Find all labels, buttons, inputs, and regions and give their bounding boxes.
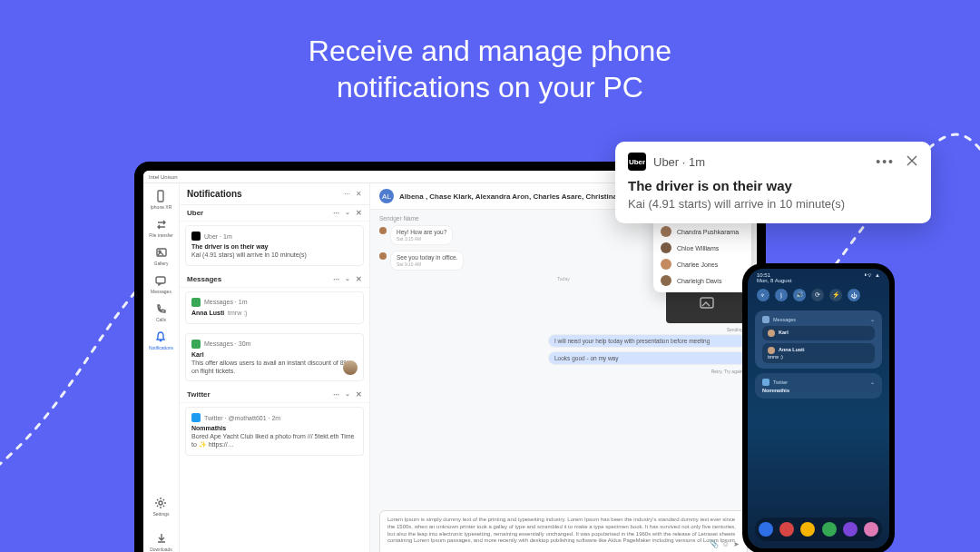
group-close-icon[interactable]: ✕ (356, 275, 362, 283)
twitter-app-icon (762, 379, 769, 386)
notifications-panel: Notifications ··· ✕ Uber ···⌄✕ Uber · 1m… (180, 183, 370, 552)
qs-flash-icon[interactable]: ⚡ (829, 289, 842, 301)
toast-close-icon[interactable] (906, 154, 918, 170)
incoming-message[interactable]: See you today in office. Sat 9:10 AM (390, 251, 464, 271)
qs-power-icon[interactable]: ⏻ (848, 289, 860, 301)
sidebar-item-settings[interactable]: Settings (152, 496, 169, 517)
uber-app-icon (191, 232, 201, 241)
phone-notification-group[interactable]: Twitter⌄ Nommathis (755, 373, 882, 399)
toast-app-label: Uber Uber · 1m (628, 153, 705, 171)
messages-icon (153, 273, 168, 288)
group-avatar-icon: AL (379, 189, 394, 203)
composer-text: Lorem Ipsum is simply dummy text of the … (387, 517, 737, 543)
card-body: Bored Ape Yacht Club liked a photo from … (191, 433, 358, 449)
contact-avatar (661, 275, 671, 286)
svg-rect-0 (158, 191, 163, 202)
outgoing-message[interactable]: I will need your help today with present… (548, 334, 748, 348)
contact-row[interactable]: Charlee Jones (653, 256, 751, 272)
group-close-icon[interactable]: ✕ (356, 390, 362, 399)
sidebar-item-gallery[interactable]: Gallery (154, 245, 169, 266)
qs-wifi-icon[interactable]: ᯤ (757, 289, 769, 301)
outgoing-message[interactable]: Looks good - on my way (548, 351, 748, 365)
dock-app-icon[interactable] (800, 522, 815, 537)
quick-settings: ᯤ ᛒ 🔊 ⟳ ⚡ ⏻ (748, 283, 889, 307)
chevron-down-icon[interactable]: ⌄ (345, 390, 350, 399)
message-status: Sending… (379, 327, 748, 332)
status-icons: ▮ ᯤ ▲ (864, 272, 880, 278)
toast-more-icon[interactable]: ••• (876, 154, 895, 169)
contact-avatar (661, 226, 671, 237)
uber-logo-icon: Uber (628, 153, 646, 171)
contact-row[interactable]: Chloe Williams (653, 240, 751, 256)
card-title: Nommathis (191, 425, 358, 431)
incoming-message[interactable]: Hey! How are you? Sat 3:15 AM (390, 225, 453, 245)
svg-rect-3 (156, 277, 165, 283)
qs-bluetooth-icon[interactable]: ᛒ (775, 289, 788, 301)
bell-icon (153, 330, 168, 344)
chevron-down-icon[interactable]: ⌄ (345, 275, 350, 283)
panel-close-icon[interactable]: ✕ (356, 190, 362, 198)
sidebar-item-notifications[interactable]: Notifications (149, 330, 173, 350)
notification-card[interactable]: Messages · 1m Anna Lusti tmrw :) (185, 291, 364, 324)
headline-line1: Receive and manage phone (309, 34, 671, 67)
phone-statusbar: 10:51 ▮ ᯤ ▲ (748, 269, 889, 278)
group-more-icon[interactable]: ··· (333, 209, 339, 217)
messages-app-icon (191, 298, 201, 307)
contact-avatar (661, 242, 671, 253)
dock-app-icon[interactable] (822, 522, 837, 537)
dock-app-icon[interactable] (759, 522, 773, 537)
emoji-icon[interactable]: ☺ (722, 540, 730, 549)
contact-row[interactable]: Chandra Pushkarama (653, 223, 751, 240)
phone-notification-item[interactable]: Nommathis (762, 388, 789, 393)
sidebar-item-transfer[interactable]: File transfer (149, 217, 172, 238)
group-more-icon[interactable]: ··· (333, 275, 339, 283)
message-composer[interactable]: Lorem Ipsum is simply dummy text of the … (379, 510, 748, 552)
toast-title: The driver is on their way (628, 178, 918, 193)
app-sidebar: Iphone XR File transfer Gallery Messages… (143, 183, 180, 552)
group-more-icon[interactable]: ··· (333, 390, 339, 399)
contact-row[interactable]: Charleigh Davis (653, 272, 751, 289)
sidebar-item-downloads[interactable]: Downloads (150, 531, 172, 552)
twitter-app-icon (191, 413, 201, 422)
panel-more-icon[interactable]: ··· (344, 190, 350, 198)
download-icon (154, 531, 169, 546)
sender-avatar (379, 252, 387, 260)
phone-icon (153, 189, 168, 203)
phone-notification-item[interactable]: Karl (762, 326, 875, 340)
chevron-down-icon[interactable]: ⌄ (345, 209, 350, 217)
phone-notification-group[interactable]: Messages⌄ Karl Anna Lustitmrw :) (755, 310, 882, 369)
notification-card[interactable]: Uber · 1m The driver is on their way Kai… (185, 225, 364, 266)
sidebar-item-messages[interactable]: Messages (151, 273, 172, 294)
qs-rotate-icon[interactable]: ⟳ (811, 289, 824, 301)
group-header-twitter[interactable]: Twitter ···⌄✕ (180, 387, 369, 403)
attachment-icon[interactable]: 📎 (710, 540, 719, 549)
group-header-messages[interactable]: Messages ···⌄✕ (180, 271, 369, 288)
card-title: Anna Lusti tmrw :) (191, 310, 358, 316)
toast-notification[interactable]: Uber Uber · 1m ••• The driver is on thei… (615, 142, 931, 223)
card-body: Kai (4.91 stars) will arrive in 10 minut… (191, 251, 358, 260)
phone-notification-item[interactable]: Anna Lustitmrw :) (762, 343, 875, 363)
dock-app-icon[interactable] (864, 522, 878, 537)
hero-headline: Receive and manage phone notifications o… (0, 33, 980, 105)
message-status[interactable]: Retry. Try again ↻ (379, 369, 748, 374)
card-title: The driver is on their way (191, 243, 358, 250)
notification-card[interactable]: Twitter · @mothatt601 · 2m Nommathis Bor… (185, 407, 364, 456)
card-body: This offer allows users to avail an inst… (191, 360, 358, 376)
group-header-uber[interactable]: Uber ···⌄✕ (180, 205, 369, 222)
messages-app-icon (191, 340, 201, 349)
notification-card[interactable]: Messages · 30m Karl This offer allows us… (185, 333, 364, 382)
sidebar-item-phone[interactable]: Iphone XR (151, 189, 172, 210)
dock-app-icon[interactable] (779, 522, 794, 537)
gear-icon (153, 496, 168, 510)
chat-participants: Albena , Chase Klark, Alexandra Aron, Ch… (399, 192, 649, 201)
headline-line2: notifications on your PC (337, 71, 643, 104)
group-close-icon[interactable]: ✕ (356, 209, 362, 217)
calls-icon (154, 301, 169, 316)
qs-sound-icon[interactable]: 🔊 (793, 289, 806, 301)
gallery-icon (154, 245, 169, 260)
svg-point-4 (159, 501, 162, 505)
send-icon[interactable]: ➤ (733, 540, 740, 549)
notifications-panel-title: Notifications (187, 189, 242, 199)
dock-app-icon[interactable] (843, 522, 858, 537)
sidebar-item-calls[interactable]: Calls (154, 301, 169, 322)
